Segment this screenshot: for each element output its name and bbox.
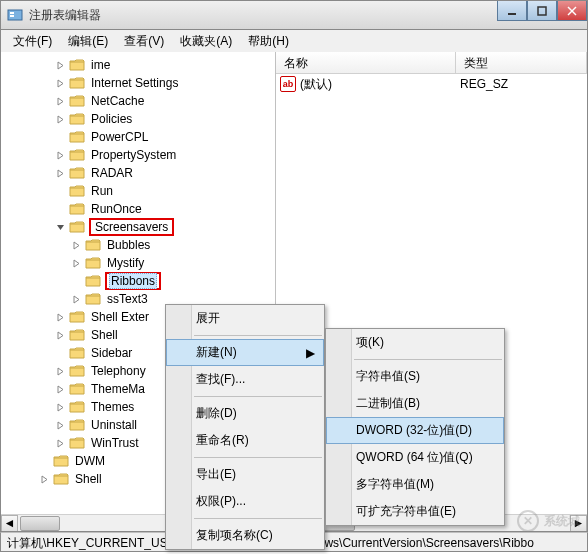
string-value-icon: ab (280, 76, 296, 92)
folder-icon (69, 436, 85, 450)
tree-label: Mystify (105, 255, 146, 271)
expand-right-icon[interactable] (53, 58, 67, 72)
tree-item[interactable]: PowerCPL (1, 128, 275, 146)
expand-right-icon[interactable] (53, 166, 67, 180)
tree-label: Bubbles (105, 237, 152, 253)
tree-label: Policies (89, 111, 134, 127)
expand-right-icon[interactable] (53, 148, 67, 162)
tree-label: ime (89, 57, 112, 73)
folder-icon (69, 220, 85, 234)
menu-edit[interactable]: 编辑(E) (60, 31, 116, 52)
expand-right-icon[interactable] (53, 364, 67, 378)
tree-item[interactable]: ime (1, 56, 275, 74)
folder-icon (69, 112, 85, 126)
menu-help[interactable]: 帮助(H) (240, 31, 297, 52)
menu-file[interactable]: 文件(F) (5, 31, 60, 52)
cm-new-expandstring[interactable]: 可扩充字符串值(E) (326, 498, 504, 525)
tree-item[interactable]: NetCache (1, 92, 275, 110)
maximize-button[interactable] (527, 1, 557, 21)
expand-right-icon[interactable] (53, 76, 67, 90)
cm-find[interactable]: 查找(F)... (166, 366, 324, 393)
cm-rename[interactable]: 重命名(R) (166, 427, 324, 454)
cm-permissions[interactable]: 权限(P)... (166, 488, 324, 515)
folder-icon (69, 418, 85, 432)
folder-icon (85, 274, 101, 288)
minimize-button[interactable] (497, 1, 527, 21)
folder-icon (69, 58, 85, 72)
tree-item[interactable]: Ribbons (1, 272, 275, 290)
tree-label: Ribbons (109, 273, 157, 289)
tree-label: Shell (73, 471, 104, 487)
cm-export[interactable]: 导出(E) (166, 461, 324, 488)
cm-new-multistring[interactable]: 多字符串值(M) (326, 471, 504, 498)
expand-right-icon[interactable] (53, 400, 67, 414)
expand-right-icon[interactable] (53, 94, 67, 108)
tree-item[interactable]: Policies (1, 110, 275, 128)
folder-icon (53, 472, 69, 486)
expand-right-icon[interactable] (53, 418, 67, 432)
cm-copy-key-name[interactable]: 复制项名称(C) (166, 522, 324, 549)
folder-icon (69, 382, 85, 396)
expand-right-icon[interactable] (53, 382, 67, 396)
highlight-box: Screensavers (89, 218, 174, 236)
value-type: REG_SZ (460, 77, 508, 91)
cm-new-dword[interactable]: DWORD (32-位)值(D) (326, 417, 504, 444)
expand-right-icon[interactable] (53, 436, 67, 450)
menu-favorites[interactable]: 收藏夹(A) (172, 31, 240, 52)
scroll-left-button[interactable]: ◄ (1, 515, 18, 532)
cm-new-binary[interactable]: 二进制值(B) (326, 390, 504, 417)
context-menu: 展开 新建(N) ▶ 查找(F)... 删除(D) 重命名(R) 导出(E) 权… (165, 304, 325, 550)
tree-item[interactable]: RADAR (1, 164, 275, 182)
highlight-box: Ribbons (105, 272, 161, 290)
tree-label: Sidebar (89, 345, 134, 361)
folder-icon (69, 94, 85, 108)
expand-right-icon[interactable] (53, 112, 67, 126)
expand-right-icon[interactable] (37, 472, 51, 486)
tree-label: PowerCPL (89, 129, 150, 145)
close-button[interactable] (557, 1, 587, 21)
folder-icon (69, 130, 85, 144)
submenu-arrow-icon: ▶ (306, 346, 315, 360)
folder-icon (69, 346, 85, 360)
tree-item[interactable]: PropertySystem (1, 146, 275, 164)
expand-right-icon[interactable] (53, 328, 67, 342)
expand-down-icon[interactable] (53, 220, 67, 234)
tree-item[interactable]: Run (1, 182, 275, 200)
expand-right-icon[interactable] (69, 292, 83, 306)
folder-icon (69, 184, 85, 198)
expand-right-icon[interactable] (53, 310, 67, 324)
col-type[interactable]: 类型 (456, 52, 587, 73)
tree-item[interactable]: Internet Settings (1, 74, 275, 92)
cm-new-string[interactable]: 字符串值(S) (326, 363, 504, 390)
scroll-thumb[interactable] (20, 516, 60, 531)
tree-item[interactable]: Screensavers (1, 218, 275, 236)
tree-label: Shell Exter (89, 309, 151, 325)
expand-right-icon[interactable] (69, 256, 83, 270)
tree-label: Telephony (89, 363, 148, 379)
tree-label: WinTrust (89, 435, 141, 451)
folder-icon (69, 148, 85, 162)
expand-right-icon[interactable] (69, 238, 83, 252)
cm-new-qword[interactable]: QWORD (64 位)值(Q) (326, 444, 504, 471)
folder-icon (69, 328, 85, 342)
window-titlebar: 注册表编辑器 (0, 0, 588, 30)
svg-rect-4 (538, 7, 546, 15)
folder-icon (69, 364, 85, 378)
tree-item[interactable]: Bubbles (1, 236, 275, 254)
scroll-right-button[interactable]: ► (570, 515, 587, 532)
col-name[interactable]: 名称 (276, 52, 456, 73)
tree-item[interactable]: Mystify (1, 254, 275, 272)
cm-new-key[interactable]: 项(K) (326, 329, 504, 356)
tree-label: Uninstall (89, 417, 139, 433)
menu-view[interactable]: 查看(V) (116, 31, 172, 52)
folder-icon (85, 238, 101, 252)
list-row[interactable]: ab(默认)REG_SZ (276, 74, 587, 94)
tree-label: NetCache (89, 93, 146, 109)
cm-new[interactable]: 新建(N) ▶ (166, 339, 324, 366)
tree-item[interactable]: RunOnce (1, 200, 275, 218)
cm-delete[interactable]: 删除(D) (166, 400, 324, 427)
cm-expand[interactable]: 展开 (166, 305, 324, 332)
regedit-icon (7, 7, 23, 23)
tree-label: PropertySystem (89, 147, 178, 163)
folder-icon (85, 292, 101, 306)
